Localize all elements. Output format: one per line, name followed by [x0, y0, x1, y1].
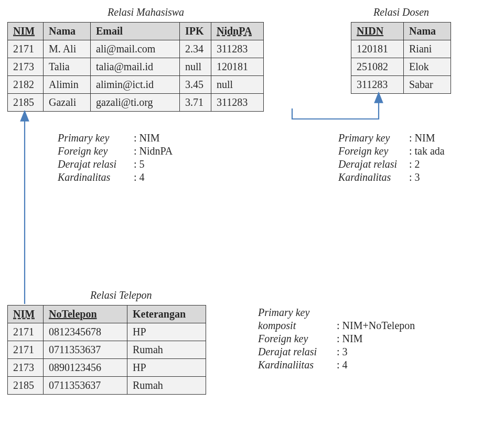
title-mahasiswa: Relasi Mahasiswa: [108, 6, 184, 18]
table-row: 311283 Sabar: [351, 76, 451, 94]
meta-value: : 4: [337, 359, 348, 370]
cell: 2185: [8, 94, 44, 112]
table-row: 120181 Riani: [351, 40, 451, 58]
table-row: 2173 Talia talia@mail.id null 120181: [8, 58, 264, 76]
meta-label: Primary key: [258, 307, 309, 319]
table-row: 2182 Alimin alimin@ict.id 3.45 null: [8, 76, 264, 94]
cell: 2.34: [180, 40, 211, 58]
col-nama: Nama: [409, 25, 436, 37]
cell: 2185: [8, 377, 44, 395]
meta-label: komposit: [258, 320, 337, 332]
cell: 3.45: [180, 76, 211, 94]
meta-value: : NIM+NoTelepon: [337, 320, 415, 331]
cell: 120181: [211, 58, 264, 76]
meta-label: Derajat relasi: [58, 158, 134, 170]
cell: gazali@ti.org: [91, 94, 180, 112]
cell: 2171: [8, 341, 44, 359]
col-nidn: NIDN: [357, 25, 383, 37]
col-nidnpa: NidnPA: [217, 25, 252, 37]
cell: 2173: [8, 359, 44, 377]
table-dosen: NIDN Nama 120181 Riani 251082 Elok 31128…: [351, 22, 451, 94]
col-nim: NIM: [13, 25, 35, 37]
cell: 311283: [211, 40, 264, 58]
cell: 0711353637: [44, 377, 127, 395]
table-row: 2171 0812345678 HP: [8, 323, 206, 341]
cell: talia@mail.id: [91, 58, 180, 76]
table-row: 2171 M. Ali ali@mail.com 2.34 311283: [8, 40, 264, 58]
meta-telepon: Primary key komposit: NIM+NoTelepon Fore…: [258, 307, 415, 372]
meta-label: Derajat relasi: [338, 158, 409, 170]
meta-mahasiswa: Primary key: NIM Foreign key: NidnPA Der…: [58, 132, 173, 184]
meta-value: : tak ada: [409, 145, 445, 157]
arrow-mahasiswa-to-dosen: [292, 93, 379, 119]
cell: Elok: [404, 58, 451, 76]
col-notelepon: NoTelepon: [49, 308, 97, 320]
cell: 2171: [8, 40, 44, 58]
cell: 3.71: [180, 94, 211, 112]
cell: 2171: [8, 323, 44, 341]
meta-label: Derajat relasi: [258, 346, 337, 358]
meta-label: Kardinalitas: [338, 171, 409, 183]
meta-label: Kardinaliitas: [258, 359, 337, 371]
cell: ali@mail.com: [91, 40, 180, 58]
meta-label: Kardinalitas: [58, 171, 134, 183]
table-row: 2185 0711353637 Rumah: [8, 377, 206, 395]
title-telepon: Relasi Telepon: [90, 289, 152, 301]
meta-label: Primary key: [58, 132, 134, 144]
meta-dosen: Primary key: NIM Foreign key: tak ada De…: [338, 132, 445, 184]
col-nim: NIM: [13, 308, 35, 320]
meta-value: : NIM: [409, 132, 435, 144]
cell: 2182: [8, 76, 44, 94]
cell: 311283: [351, 76, 404, 94]
table-row: 251082 Elok: [351, 58, 451, 76]
meta-value: : 3: [337, 346, 348, 357]
table-header-row: NIDN Nama: [351, 23, 451, 40]
cell: HP: [127, 359, 206, 377]
cell: HP: [127, 323, 206, 341]
diagram-canvas: Relasi Mahasiswa Relasi Dosen Relasi Tel…: [6, 6, 498, 419]
table-row: 2173 0890123456 HP: [8, 359, 206, 377]
col-email: Email: [96, 25, 123, 37]
cell: null: [211, 76, 264, 94]
meta-value: : 2: [409, 158, 420, 170]
meta-value: : 5: [134, 158, 145, 170]
table-mahasiswa: NIM Nama Email IPK NidnPA 2171 M. Ali al…: [7, 22, 264, 112]
meta-value: : NIM: [337, 333, 362, 344]
table-telepon: NIM NoTelepon Keterangan 2171 0812345678…: [7, 305, 206, 395]
cell: M. Ali: [44, 40, 91, 58]
cell: alimin@ict.id: [91, 76, 180, 94]
meta-label: Foreign key: [58, 145, 134, 157]
cell: Rumah: [127, 377, 206, 395]
col-ipk: IPK: [185, 25, 204, 37]
cell: 311283: [211, 94, 264, 112]
cell: 120181: [351, 40, 404, 58]
cell: Rumah: [127, 341, 206, 359]
meta-value: : 4: [134, 171, 145, 183]
cell: null: [180, 58, 211, 76]
cell: Talia: [44, 58, 91, 76]
table-row: 2171 0711353637 Rumah: [8, 341, 206, 359]
table-row: 2185 Gazali gazali@ti.org 3.71 311283: [8, 94, 264, 112]
cell: 2173: [8, 58, 44, 76]
cell: Alimin: [44, 76, 91, 94]
cell: 0711353637: [44, 341, 127, 359]
title-dosen: Relasi Dosen: [373, 6, 429, 18]
meta-label: Foreign key: [338, 145, 409, 157]
meta-value: : 3: [409, 171, 420, 183]
meta-value: : NidnPA: [134, 145, 173, 157]
table-header-row: NIM NoTelepon Keterangan: [8, 306, 206, 323]
meta-label: Foreign key: [258, 333, 337, 345]
meta-label: Primary key: [338, 132, 409, 144]
col-nama: Nama: [49, 25, 76, 37]
cell: 251082: [351, 58, 404, 76]
cell: 0890123456: [44, 359, 127, 377]
table-header-row: NIM Nama Email IPK NidnPA: [8, 23, 264, 40]
cell: 0812345678: [44, 323, 127, 341]
cell: Sabar: [404, 76, 451, 94]
meta-value: : NIM: [134, 132, 159, 144]
col-keterangan: Keterangan: [133, 308, 186, 320]
cell: Riani: [404, 40, 451, 58]
cell: Gazali: [44, 94, 91, 112]
